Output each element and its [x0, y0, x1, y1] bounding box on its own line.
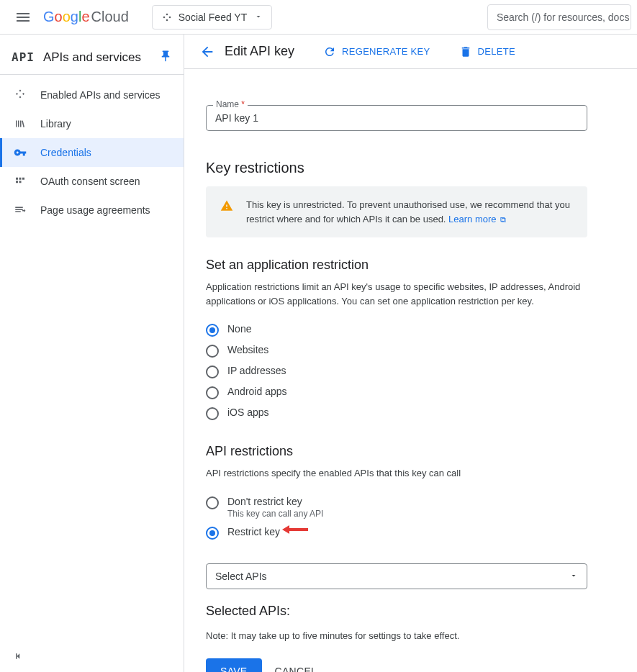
radio-websites[interactable]: Websites: [206, 340, 587, 361]
sidebar-item-label: OAuth consent screen: [40, 176, 140, 187]
cancel-button[interactable]: CANCEL: [275, 666, 317, 673]
regenerate-label: Regenerate key: [342, 46, 430, 57]
svg-point-1: [166, 13, 168, 15]
cloud-word: Cloud: [91, 9, 129, 25]
name-input[interactable]: [206, 105, 587, 131]
library-icon: [12, 117, 29, 130]
radio-icon: [206, 527, 219, 540]
radio-label: Android apps: [227, 386, 287, 397]
regenerate-key-button[interactable]: Regenerate key: [323, 45, 430, 58]
radio-label: iOS apps: [227, 407, 269, 418]
sidebar-title: APIs and services: [43, 50, 159, 65]
sidebar-item-oauth[interactable]: OAuth consent screen: [0, 167, 184, 196]
radio-icon: [206, 386, 219, 399]
radio-icon: [206, 407, 219, 420]
radio-none[interactable]: None: [206, 319, 587, 340]
sidebar-item-enabled-apis[interactable]: Enabled APIs and services: [0, 81, 184, 109]
api-restriction-radio-group: Don't restrict key This key can call any…: [206, 492, 587, 543]
selected-apis-heading: Selected APIs:: [206, 604, 587, 619]
radio-dont-restrict[interactable]: Don't restrict key This key can call any…: [206, 492, 587, 522]
radio-icon: [206, 496, 219, 509]
sidebar-item-label: Library: [40, 118, 71, 130]
sidebar-header: API APIs and services: [0, 40, 184, 75]
radio-label: Don't restrict key: [227, 496, 323, 507]
agreements-icon: [12, 204, 29, 217]
radio-label: Websites: [227, 344, 268, 355]
learn-more-link[interactable]: Learn more ⧉: [448, 214, 506, 224]
radio-icon: [206, 345, 219, 358]
svg-point-0: [163, 16, 165, 18]
radio-icon: [206, 324, 219, 337]
settings-note: Note: It may take up to five minutes for…: [206, 630, 587, 641]
consent-icon: [12, 175, 29, 188]
warning-box: This key is unrestricted. To prevent una…: [206, 186, 587, 237]
collapse-sidebar-button[interactable]: [12, 650, 24, 665]
sidebar-item-label: Enabled APIs and services: [40, 89, 161, 101]
warning-text: This key is unrestricted. To prevent una…: [246, 199, 570, 224]
pin-icon[interactable]: [159, 50, 172, 65]
radio-ios[interactable]: iOS apps: [206, 403, 587, 424]
content-area: Edit API key Regenerate key Delete Name …: [184, 35, 637, 672]
radio-android[interactable]: Android apps: [206, 382, 587, 403]
save-button[interactable]: SAVE: [206, 658, 262, 673]
project-icon: [161, 12, 173, 23]
sidebar-item-label: Page usage agreements: [40, 204, 150, 216]
radio-icon: [206, 365, 219, 378]
radio-label: None: [227, 323, 251, 335]
arrow-left-icon: [199, 44, 215, 60]
enabled-apis-icon: [12, 88, 29, 101]
sidebar-item-label: Credentials: [40, 147, 91, 158]
search-input[interactable]: Search (/) for resources, docs: [487, 4, 631, 30]
delete-button[interactable]: Delete: [459, 45, 515, 58]
page-title: Edit API key: [225, 44, 294, 59]
key-icon: [12, 146, 29, 159]
svg-point-3: [168, 16, 171, 18]
trash-icon: [459, 45, 472, 58]
select-apis-dropdown[interactable]: Select APIs: [206, 563, 587, 589]
radio-label: Restrict key: [227, 526, 280, 537]
api-restrictions-heading: API restrictions: [206, 444, 587, 459]
sidebar: API APIs and services Enabled APIs and s…: [0, 35, 184, 672]
app-restriction-heading: Set an application restriction: [206, 258, 587, 273]
search-placeholder: Search (/) for resources, docs: [497, 12, 629, 23]
hamburger-icon: [14, 9, 32, 26]
select-apis-label: Select APIs: [215, 571, 267, 582]
back-button[interactable]: [196, 40, 219, 63]
hamburger-menu-button[interactable]: [6, 0, 40, 35]
svg-point-2: [166, 19, 168, 21]
sidebar-item-credentials[interactable]: Credentials: [0, 138, 184, 167]
project-picker[interactable]: Social Feed YT: [152, 5, 272, 29]
delete-label: Delete: [478, 46, 515, 57]
radio-label: IP addresses: [227, 365, 286, 376]
app-restriction-radio-group: None Websites IP addresses Android apps …: [206, 319, 587, 424]
chevron-down-icon: [569, 571, 578, 582]
warning-icon: [220, 199, 233, 216]
name-label: Name *: [213, 99, 248, 109]
api-restrictions-desc: API restrictions specify the enabled API…: [206, 466, 587, 481]
project-name: Social Feed YT: [179, 12, 247, 23]
external-link-icon: ⧉: [498, 215, 506, 224]
name-field-wrap: Name *: [206, 105, 587, 131]
chevron-down-icon: [254, 12, 263, 23]
radio-restrict[interactable]: Restrict key: [206, 522, 587, 543]
google-cloud-logo[interactable]: Google Cloud: [43, 9, 129, 25]
refresh-icon: [323, 45, 336, 58]
radio-ip[interactable]: IP addresses: [206, 361, 587, 382]
sidebar-item-page-usage[interactable]: Page usage agreements: [0, 196, 184, 224]
api-badge-icon: API: [12, 50, 35, 64]
key-restrictions-heading: Key restrictions: [206, 160, 587, 176]
app-restriction-desc: Application restrictions limit an API ke…: [206, 280, 587, 308]
sidebar-item-library[interactable]: Library: [0, 109, 184, 138]
content-header: Edit API key Regenerate key Delete: [184, 35, 637, 69]
radio-sublabel: This key can call any API: [227, 509, 323, 519]
